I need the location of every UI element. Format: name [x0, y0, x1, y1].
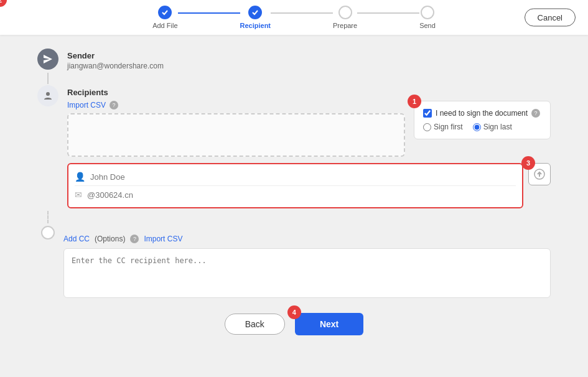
sign-first-radio[interactable] — [423, 123, 431, 131]
sign-options-box: 1 I need to sign the document ? Sign fir… — [414, 101, 551, 139]
recipients-content: Recipients Import CSV ? 1 I need to — [67, 84, 551, 208]
sign-document-help-icon[interactable]: ? — [531, 109, 540, 118]
step-label-recipient: Recipient — [240, 22, 271, 29]
cc-import-csv-link[interactable]: Import CSV — [144, 235, 182, 243]
import-csv-help-icon[interactable]: ? — [110, 101, 118, 109]
recipients-label: Recipients — [67, 84, 551, 97]
cc-dot-circle — [41, 226, 55, 240]
sign-first-label: Sign first — [434, 123, 463, 131]
cancel-button[interactable]: Cancel — [525, 9, 576, 27]
add-cc-link[interactable]: Add CC — [63, 235, 90, 243]
step-line-3 — [357, 12, 419, 14]
cc-options-label: (Options) — [95, 235, 125, 243]
cc-textarea[interactable] — [63, 248, 551, 298]
sender-email: jiangwan@wondershare.com — [67, 62, 551, 70]
recipient-input-section: 2 👤 ✉ 3 — [67, 163, 551, 208]
step-label-add-file: Add File — [152, 22, 177, 29]
email-input[interactable] — [87, 190, 516, 200]
connector-1 — [47, 73, 49, 84]
name-input[interactable] — [90, 172, 516, 182]
cc-content: Add CC (Options) ? Import CSV — [63, 223, 551, 300]
step-line-1 — [178, 12, 240, 14]
email-icon: ✉ — [75, 190, 82, 200]
step-label-prepare: Prepare — [333, 22, 357, 29]
step-circle-add-file — [158, 6, 172, 19]
step-circle-recipient — [248, 6, 262, 19]
badge-1: 1 — [408, 95, 421, 108]
upload-button[interactable]: 3 — [528, 163, 551, 185]
sign-document-checkbox-row: I need to sign the document ? — [423, 109, 541, 118]
dashed-connector — [47, 211, 49, 223]
step-line-2 — [271, 12, 333, 14]
import-csv-drop-area[interactable] — [67, 113, 405, 157]
step-circle-prepare — [338, 6, 352, 19]
email-input-row: ✉ — [75, 186, 516, 203]
recipient-input-box: 2 👤 ✉ — [67, 163, 523, 208]
name-input-row: 👤 — [75, 168, 516, 186]
svg-marker-0 — [44, 55, 52, 63]
sender-label: Sender — [67, 47, 551, 60]
sign-first-option[interactable]: Sign first — [423, 123, 463, 131]
sign-last-option[interactable]: Sign last — [473, 123, 512, 131]
step-circle-send — [421, 6, 434, 19]
step-send: Send — [419, 6, 436, 29]
main-content: Sender jiangwan@wondershare.com Recipien… — [0, 35, 588, 377]
sender-icon — [37, 49, 58, 70]
step-prepare: Prepare — [333, 6, 357, 29]
sign-last-radio[interactable] — [473, 123, 481, 131]
add-cc-row: Add CC (Options) ? Import CSV — [63, 235, 551, 243]
steps-container: Add File Recipient Prepare Send — [152, 6, 436, 29]
import-csv-link[interactable]: Import CSV — [67, 101, 106, 109]
step-label-send: Send — [419, 22, 436, 29]
recipient-icon — [37, 85, 58, 106]
step-add-file: Add File — [152, 6, 177, 29]
sign-document-label: I need to sign the document — [436, 109, 528, 118]
sender-info: Sender jiangwan@wondershare.com — [67, 47, 551, 70]
sign-last-label: Sign last — [483, 123, 512, 131]
sign-document-checkbox[interactable] — [423, 109, 432, 118]
next-button[interactable]: 4 Next — [295, 313, 363, 335]
svg-point-1 — [46, 92, 50, 96]
sign-order-radio-row: Sign first Sign last — [423, 123, 541, 131]
top-bar: Add File Recipient Prepare Send Cancel — [0, 0, 588, 35]
badge-4: 4 — [287, 305, 301, 319]
person-icon: 👤 — [75, 172, 85, 182]
cc-help-icon[interactable]: ? — [130, 235, 139, 243]
badge-3: 3 — [521, 156, 535, 170]
back-button[interactable]: Back — [225, 314, 285, 335]
bottom-buttons: Back 4 Next — [37, 313, 551, 335]
import-csv-row: Import CSV ? — [67, 101, 405, 109]
step-recipient: Recipient — [240, 6, 271, 29]
